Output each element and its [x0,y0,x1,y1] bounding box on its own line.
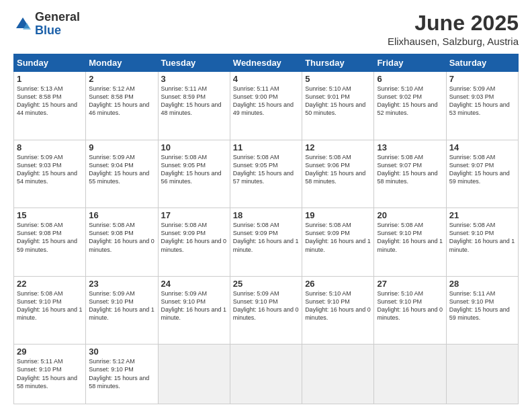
table-row: 21Sunrise: 5:08 AMSunset: 9:10 PMDayligh… [446,208,518,277]
table-row: 6Sunrise: 5:10 AMSunset: 9:02 PMDaylight… [374,72,446,140]
day-number: 22 [17,279,83,289]
table-row [302,345,374,404]
table-row [230,345,302,404]
col-friday: Friday [374,54,446,72]
table-row: 29Sunrise: 5:11 AMSunset: 9:10 PMDayligh… [14,345,86,404]
col-wednesday: Wednesday [230,54,302,72]
day-info: Sunrise: 5:08 AMSunset: 9:10 PMDaylight:… [17,289,83,322]
col-monday: Monday [86,54,158,72]
table-row: 16Sunrise: 5:08 AMSunset: 9:08 PMDayligh… [86,208,158,277]
table-row: 23Sunrise: 5:09 AMSunset: 9:10 PMDayligh… [86,276,158,345]
table-row: 10Sunrise: 5:08 AMSunset: 9:05 PMDayligh… [158,140,230,208]
day-info: Sunrise: 5:10 AMSunset: 9:10 PMDaylight:… [377,289,443,322]
day-number: 7 [449,74,515,84]
table-row: 22Sunrise: 5:08 AMSunset: 9:10 PMDayligh… [14,276,86,345]
logo-general: General [35,11,80,24]
day-number: 4 [233,74,299,84]
day-number: 8 [17,142,83,152]
logo-text: General Blue [35,11,80,38]
day-number: 30 [89,347,154,357]
day-number: 6 [377,74,443,84]
table-row: 18Sunrise: 5:08 AMSunset: 9:09 PMDayligh… [230,208,302,277]
day-info: Sunrise: 5:08 AMSunset: 9:05 PMDaylight:… [233,153,299,186]
day-info: Sunrise: 5:08 AMSunset: 9:07 PMDaylight:… [377,153,443,186]
table-row: 7Sunrise: 5:09 AMSunset: 9:03 PMDaylight… [446,72,518,140]
calendar-header-row: Sunday Monday Tuesday Wednesday Thursday… [14,54,519,72]
day-number: 19 [305,210,371,220]
table-row: 13Sunrise: 5:08 AMSunset: 9:07 PMDayligh… [374,140,446,208]
day-number: 10 [161,142,227,152]
table-row: 30Sunrise: 5:12 AMSunset: 9:10 PMDayligh… [86,345,158,404]
day-number: 2 [89,74,154,84]
table-row: 27Sunrise: 5:10 AMSunset: 9:10 PMDayligh… [374,276,446,345]
day-info: Sunrise: 5:08 AMSunset: 9:10 PMDaylight:… [449,221,515,254]
col-tuesday: Tuesday [158,54,230,72]
table-row: 24Sunrise: 5:09 AMSunset: 9:10 PMDayligh… [158,276,230,345]
table-row: 17Sunrise: 5:08 AMSunset: 9:09 PMDayligh… [158,208,230,277]
table-row: 20Sunrise: 5:08 AMSunset: 9:10 PMDayligh… [374,208,446,277]
day-info: Sunrise: 5:09 AMSunset: 9:10 PMDaylight:… [233,289,299,322]
day-info: Sunrise: 5:08 AMSunset: 9:07 PMDaylight:… [449,153,515,186]
day-number: 24 [161,279,227,289]
table-row: 8Sunrise: 5:09 AMSunset: 9:03 PMDaylight… [14,140,86,208]
table-row: 19Sunrise: 5:08 AMSunset: 9:09 PMDayligh… [302,208,374,277]
day-info: Sunrise: 5:08 AMSunset: 9:09 PMDaylight:… [161,221,227,254]
col-sunday: Sunday [14,54,86,72]
day-info: Sunrise: 5:09 AMSunset: 9:04 PMDaylight:… [89,153,154,186]
table-row: 25Sunrise: 5:09 AMSunset: 9:10 PMDayligh… [230,276,302,345]
day-number: 18 [233,210,299,220]
day-info: Sunrise: 5:08 AMSunset: 9:05 PMDaylight:… [161,153,227,186]
day-info: Sunrise: 5:10 AMSunset: 9:02 PMDaylight:… [377,85,443,118]
day-info: Sunrise: 5:09 AMSunset: 9:03 PMDaylight:… [17,153,83,186]
table-row: 26Sunrise: 5:10 AMSunset: 9:10 PMDayligh… [302,276,374,345]
table-row: 9Sunrise: 5:09 AMSunset: 9:04 PMDaylight… [86,140,158,208]
day-info: Sunrise: 5:08 AMSunset: 9:09 PMDaylight:… [233,221,299,254]
day-info: Sunrise: 5:08 AMSunset: 9:10 PMDaylight:… [377,221,443,254]
day-info: Sunrise: 5:11 AMSunset: 9:00 PMDaylight:… [233,85,299,118]
table-row: 28Sunrise: 5:11 AMSunset: 9:10 PMDayligh… [446,276,518,345]
day-number: 25 [233,279,299,289]
table-row: 4Sunrise: 5:11 AMSunset: 9:00 PMDaylight… [230,72,302,140]
day-number: 13 [377,142,443,152]
day-info: Sunrise: 5:11 AMSunset: 9:10 PMDaylight:… [17,357,83,390]
day-info: Sunrise: 5:08 AMSunset: 9:06 PMDaylight:… [305,153,371,186]
day-number: 20 [377,210,443,220]
col-thursday: Thursday [302,54,374,72]
day-info: Sunrise: 5:09 AMSunset: 9:03 PMDaylight:… [449,85,515,118]
day-info: Sunrise: 5:08 AMSunset: 9:08 PMDaylight:… [89,221,154,254]
day-info: Sunrise: 5:09 AMSunset: 9:10 PMDaylight:… [89,289,154,322]
day-info: Sunrise: 5:08 AMSunset: 9:08 PMDaylight:… [17,221,83,254]
logo: General Blue [13,11,80,38]
day-info: Sunrise: 5:12 AMSunset: 9:10 PMDaylight:… [89,357,154,390]
day-number: 17 [161,210,227,220]
table-row: 3Sunrise: 5:11 AMSunset: 8:59 PMDaylight… [158,72,230,140]
table-row: 15Sunrise: 5:08 AMSunset: 9:08 PMDayligh… [14,208,86,277]
day-info: Sunrise: 5:10 AMSunset: 9:10 PMDaylight:… [305,289,371,322]
day-info: Sunrise: 5:08 AMSunset: 9:09 PMDaylight:… [305,221,371,254]
table-row [446,345,518,404]
day-number: 3 [161,74,227,84]
day-number: 5 [305,74,371,84]
table-row: 2Sunrise: 5:12 AMSunset: 8:58 PMDaylight… [86,72,158,140]
day-info: Sunrise: 5:13 AMSunset: 8:58 PMDaylight:… [17,85,83,118]
title-area: June 2025 Elixhausen, Salzburg, Austria [388,11,519,47]
day-number: 11 [233,142,299,152]
month-title: June 2025 [388,11,519,36]
day-number: 29 [17,347,83,357]
calendar-table: Sunday Monday Tuesday Wednesday Thursday… [13,54,519,404]
table-row [374,345,446,404]
day-number: 1 [17,74,83,84]
day-info: Sunrise: 5:09 AMSunset: 9:10 PMDaylight:… [161,289,227,322]
table-row: 12Sunrise: 5:08 AMSunset: 9:06 PMDayligh… [302,140,374,208]
header: General Blue June 2025 Elixhausen, Salzb… [13,11,519,47]
day-number: 16 [89,210,154,220]
day-info: Sunrise: 5:12 AMSunset: 8:58 PMDaylight:… [89,85,154,118]
table-row: 11Sunrise: 5:08 AMSunset: 9:05 PMDayligh… [230,140,302,208]
day-number: 26 [305,279,371,289]
page: General Blue June 2025 Elixhausen, Salzb… [0,0,532,411]
day-number: 23 [89,279,154,289]
location: Elixhausen, Salzburg, Austria [388,36,519,47]
day-info: Sunrise: 5:11 AMSunset: 8:59 PMDaylight:… [161,85,227,118]
day-number: 12 [305,142,371,152]
day-number: 27 [377,279,443,289]
